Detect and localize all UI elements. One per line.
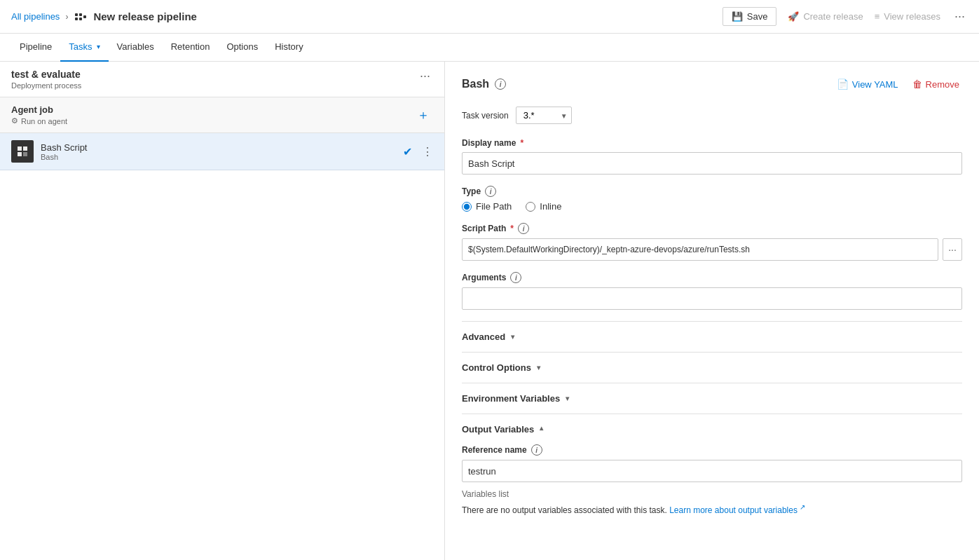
view-releases-button: ≡ View releases <box>875 11 940 22</box>
script-path-required: * <box>510 224 514 233</box>
task-version-label: Task version <box>462 111 509 121</box>
svg-rect-1 <box>75 18 78 20</box>
main-layout: test & evaluate Deployment process ··· A… <box>0 62 979 560</box>
display-name-label: Display name * <box>462 138 962 148</box>
tab-history[interactable]: History <box>266 34 311 62</box>
arguments-label: Arguments i <box>462 272 962 283</box>
remove-label: Remove <box>926 79 959 90</box>
run-on-agent-icon: ⚙ <box>11 116 18 125</box>
output-vars-label: Output Variables <box>462 424 534 435</box>
more-options-button[interactable]: ··· <box>952 6 968 27</box>
svg-rect-6 <box>23 146 27 151</box>
svg-rect-7 <box>18 152 22 156</box>
task-name: Bash Script <box>41 142 396 153</box>
right-panel: Bash i 📄 View YAML 🗑 Remove Task version… <box>445 62 979 560</box>
type-radio-group: File Path Inline <box>462 201 962 212</box>
tab-pipeline[interactable]: Pipeline <box>11 34 60 62</box>
advanced-toggle-arrow: ▾ <box>511 333 514 341</box>
script-path-input-row: ··· <box>462 238 962 261</box>
browse-button[interactable]: ··· <box>943 238 962 261</box>
svg-rect-8 <box>23 152 27 156</box>
inline-radio-input[interactable] <box>526 202 535 212</box>
agent-job-info: Agent job ⚙ Run on agent <box>11 104 67 125</box>
view-yaml-button[interactable]: 📄 View YAML <box>834 76 901 93</box>
create-release-button: 🚀 Create release <box>788 11 863 22</box>
advanced-toggle[interactable]: Advanced ▾ <box>462 322 962 352</box>
tab-options[interactable]: Options <box>218 34 266 62</box>
file-path-label: File Path <box>476 201 512 212</box>
reference-name-label: Reference name i <box>462 444 962 456</box>
type-info-icon[interactable]: i <box>485 186 496 197</box>
script-path-label: Script Path * i <box>462 223 962 234</box>
task-type: Bash <box>41 153 396 161</box>
breadcrumb-chevron: › <box>65 12 68 22</box>
nav-tabs: Pipeline Tasks ▾ Variables Retention Opt… <box>0 34 979 62</box>
inline-radio[interactable]: Inline <box>526 201 561 212</box>
no-vars-text: There are no output variables associated… <box>462 505 667 515</box>
output-vars-toggle[interactable]: Output Variables ▾ <box>462 414 962 444</box>
svg-rect-2 <box>79 13 82 16</box>
display-name-input[interactable] <box>462 152 962 175</box>
add-task-button[interactable]: ＋ <box>413 105 433 125</box>
svg-rect-5 <box>18 146 22 151</box>
bash-task-icon <box>11 140 34 163</box>
tab-tasks[interactable]: Tasks ▾ <box>60 34 108 62</box>
save-icon: 💾 <box>732 11 743 22</box>
arguments-row: Arguments i <box>462 272 962 310</box>
file-path-radio[interactable]: File Path <box>462 201 512 212</box>
script-path-input[interactable] <box>462 238 938 261</box>
stage-more-button[interactable]: ··· <box>417 69 433 83</box>
version-dropdown[interactable]: 3.* 2.* 1.* <box>516 107 572 124</box>
save-button[interactable]: 💾 Save <box>723 7 777 26</box>
task-check-icon: ✔ <box>403 145 412 158</box>
arguments-info-icon[interactable]: i <box>510 272 521 283</box>
variables-note: There are no output variables associated… <box>462 503 962 515</box>
arguments-input[interactable] <box>462 287 962 310</box>
agent-job-row: Agent job ⚙ Run on agent ＋ <box>0 97 444 133</box>
learn-more-link[interactable]: Learn more about output variables ↗ <box>669 505 805 515</box>
stage-header: test & evaluate Deployment process ··· <box>0 62 444 97</box>
tab-retention[interactable]: Retention <box>163 34 219 62</box>
agent-job-title: Agent job <box>11 104 67 115</box>
stage-info: test & evaluate Deployment process <box>11 69 81 90</box>
external-link-icon: ↗ <box>800 503 805 511</box>
file-path-radio-input[interactable] <box>462 202 472 212</box>
env-vars-arrow: ▾ <box>566 395 569 402</box>
agent-job-subtitle: ⚙ Run on agent <box>11 116 67 125</box>
control-options-arrow: ▾ <box>537 364 540 371</box>
left-panel: test & evaluate Deployment process ··· A… <box>0 62 445 560</box>
reference-name-info-icon[interactable]: i <box>531 444 542 456</box>
create-release-label: Create release <box>803 11 863 22</box>
topbar-right: 💾 Save 🚀 Create release ≡ View releases … <box>723 6 968 27</box>
task-info: Bash Script Bash <box>41 142 396 161</box>
panel-actions: 📄 View YAML 🗑 Remove <box>834 76 962 93</box>
panel-header: Bash i 📄 View YAML 🗑 Remove <box>462 76 962 93</box>
inline-label: Inline <box>540 201 561 212</box>
view-releases-icon: ≡ <box>875 11 880 22</box>
control-options-toggle[interactable]: Control Options ▾ <box>462 353 962 383</box>
type-label: Type i <box>462 186 962 197</box>
variables-list-label: Variables list <box>462 489 962 499</box>
reference-name-row: Reference name i <box>462 444 962 482</box>
bash-info-icon[interactable]: i <box>495 78 506 90</box>
remove-button[interactable]: 🗑 Remove <box>910 76 962 93</box>
control-options-label: Control Options <box>462 362 531 373</box>
script-path-info-icon[interactable]: i <box>518 223 529 234</box>
tab-variables[interactable]: Variables <box>109 34 163 62</box>
svg-rect-4 <box>83 15 86 18</box>
all-pipelines-link[interactable]: All pipelines <box>11 11 60 22</box>
variables-list-section: Variables list There are no output varia… <box>462 489 962 515</box>
bash-title-text: Bash <box>462 78 489 90</box>
save-label: Save <box>747 11 768 22</box>
task-version-select[interactable]: 3.* 2.* 1.* ▼ <box>516 107 572 124</box>
bash-script-task-item[interactable]: Bash Script Bash ✔ ⋮ <box>0 133 444 170</box>
task-more-button[interactable]: ⋮ <box>422 145 433 158</box>
page-title: New release pipeline <box>93 11 197 22</box>
env-vars-toggle[interactable]: Environment Variables ▾ <box>462 383 962 414</box>
pipeline-icon <box>74 10 88 24</box>
display-name-required: * <box>520 138 523 148</box>
reference-name-input[interactable] <box>462 460 962 482</box>
display-name-row: Display name * <box>462 138 962 175</box>
learn-more-label: Learn more about output variables <box>669 505 797 515</box>
advanced-label: Advanced <box>462 332 505 342</box>
